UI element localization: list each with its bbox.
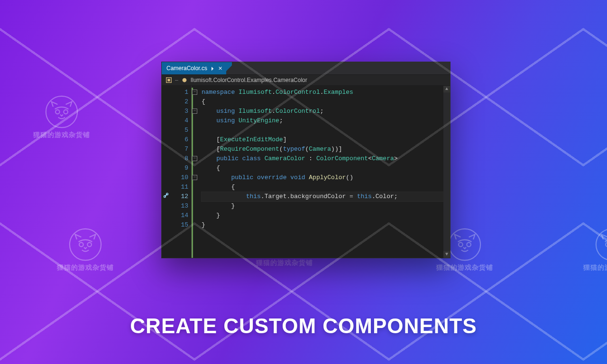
code-content[interactable]: namespace Ilumisoft.ColorControl.Example… xyxy=(198,86,443,258)
breadcrumb-separator: – xyxy=(175,77,178,83)
breakpoint-margin[interactable] xyxy=(162,86,170,258)
line-number: 14 xyxy=(170,211,188,220)
svg-rect-22 xyxy=(167,79,170,81)
watermark-text: 狸猫的游戏杂货铺 xyxy=(33,131,90,139)
svg-point-2 xyxy=(64,110,68,114)
svg-point-0 xyxy=(46,96,77,127)
line-number: 13 xyxy=(170,201,188,211)
watermark-text: 狸猫的游戏杂货铺 xyxy=(583,264,607,272)
breadcrumb-path[interactable]: Ilumisoft.ColorControl.Examples.CameraCo… xyxy=(191,77,307,83)
svg-point-3 xyxy=(70,229,101,260)
code-editor-window: CameraColor.cs ⏵ ✕ – Ilumisoft.ColorCont… xyxy=(161,62,451,258)
line-number: 7 xyxy=(170,145,188,154)
headline: CREATE CUSTOM COMPONENTS xyxy=(0,314,607,338)
code-line[interactable] xyxy=(202,126,443,135)
code-line[interactable]: public override void ApplyColor() xyxy=(202,173,443,182)
line-number: 15 xyxy=(170,220,188,230)
tab-bar: CameraColor.cs ⏵ ✕ xyxy=(162,62,450,74)
code-line[interactable]: { xyxy=(202,182,443,192)
raccoon-icon xyxy=(448,228,482,262)
scroll-down-button[interactable]: ▼ xyxy=(443,251,450,258)
fold-toggle[interactable]: − xyxy=(192,109,197,114)
line-number: 6 xyxy=(170,135,188,145)
fold-margin[interactable]: −−−− xyxy=(191,86,198,258)
fold-toggle[interactable]: − xyxy=(192,90,197,95)
code-line[interactable]: } xyxy=(202,211,443,220)
class-icon xyxy=(181,77,188,83)
breadcrumb-bar[interactable]: – Ilumisoft.ColorControl.Examples.Camera… xyxy=(162,74,450,86)
svg-point-16 xyxy=(459,243,463,247)
line-number: 10 xyxy=(170,173,188,182)
line-number-gutter: 123456789101112131415 xyxy=(170,86,191,258)
code-line[interactable]: { xyxy=(202,97,443,107)
file-tab-active[interactable]: CameraColor.cs ⏵ ✕ xyxy=(162,62,226,74)
code-line[interactable]: using UnityEngine; xyxy=(202,116,443,126)
code-line[interactable]: { xyxy=(202,164,443,173)
code-line[interactable]: } xyxy=(202,201,443,211)
line-number: 3 xyxy=(170,107,188,116)
watermark-text: 狸猫的游戏杂货铺 xyxy=(57,264,114,272)
watermark-text: 狸猫的游戏杂货铺 xyxy=(256,259,313,267)
code-line[interactable]: public class CameraColor : ColorComponen… xyxy=(202,154,443,164)
fold-toggle[interactable]: − xyxy=(192,156,197,161)
close-icon[interactable]: ✕ xyxy=(218,65,222,72)
line-number: 9 xyxy=(170,164,188,173)
code-line[interactable]: [RequireComponent(typeof(Camera))] xyxy=(202,145,443,154)
raccoon-icon xyxy=(68,228,102,262)
namespace-icon xyxy=(166,77,172,83)
svg-point-23 xyxy=(182,78,186,82)
svg-point-4 xyxy=(79,243,83,247)
raccoon-icon xyxy=(595,228,607,262)
line-number: 4 xyxy=(170,116,188,126)
code-line[interactable]: [ExecuteInEditMode] xyxy=(202,135,443,145)
svg-point-5 xyxy=(87,243,92,247)
line-number: 5 xyxy=(170,126,188,135)
watermark-text: 狸猫的游戏杂货铺 xyxy=(436,264,493,272)
code-area[interactable]: 123456789101112131415 −−−− namespace Ilu… xyxy=(162,86,450,258)
raccoon-icon xyxy=(45,95,79,129)
code-line[interactable]: namespace Ilumisoft.ColorControl.Example… xyxy=(202,88,443,97)
svg-point-1 xyxy=(55,110,60,114)
scroll-up-button[interactable]: ▲ xyxy=(443,86,450,92)
code-line[interactable]: using Ilumisoft.ColorControl; xyxy=(202,107,443,116)
line-number: 12 xyxy=(170,192,188,201)
pin-icon[interactable]: ⏵ xyxy=(210,65,215,71)
line-number: 1 xyxy=(170,88,188,97)
quick-actions-icon[interactable] xyxy=(163,192,169,199)
code-line[interactable]: this.Target.backgroundColor = this.Color… xyxy=(202,192,443,201)
fold-toggle[interactable]: − xyxy=(192,175,197,180)
line-number: 2 xyxy=(170,97,188,107)
svg-point-15 xyxy=(449,229,480,260)
line-number: 11 xyxy=(170,182,188,192)
code-line[interactable]: } xyxy=(202,220,443,230)
svg-point-18 xyxy=(596,229,607,260)
tab-filename: CameraColor.cs xyxy=(166,65,207,72)
line-number: 8 xyxy=(170,154,188,164)
vertical-scrollbar[interactable]: ▲ ▼ xyxy=(443,86,450,258)
svg-point-17 xyxy=(467,243,471,247)
